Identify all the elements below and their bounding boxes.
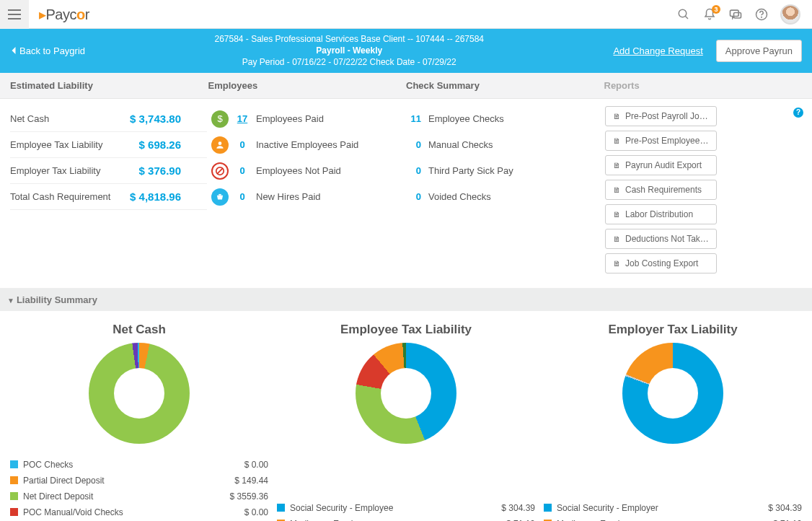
chk-row: 0Third Party Sick Pay	[408, 158, 605, 184]
hamburger-icon	[8, 14, 21, 15]
legend-swatch	[10, 460, 18, 468]
legend-swatch	[544, 504, 552, 512]
chk-row: 11Employee Checks	[408, 106, 605, 132]
legend-label: Medicare - Employer	[557, 519, 637, 521]
paid-icon: $	[211, 110, 229, 128]
header-check-summary: Check Summary	[406, 80, 604, 91]
approve-payrun-button[interactable]: Approve Payrun	[716, 40, 802, 62]
legend-label: POC Manual/Void Checks	[23, 507, 123, 517]
report-cash-requirements[interactable]: Cash Requirements	[605, 180, 717, 200]
banner-client: 267584 - Sales Professional Services Bas…	[85, 33, 613, 45]
svg-point-0	[679, 9, 687, 17]
column-headers: Estimated Liability Employees Check Summ…	[0, 73, 812, 99]
legend-swatch	[277, 504, 285, 512]
report-prepost-journal[interactable]: Pre-Post Payroll Journal	[605, 106, 717, 126]
emp-row: $17Employees Paid	[211, 106, 408, 132]
notifications-icon[interactable]: 3	[702, 7, 717, 22]
report-job-costing-export[interactable]: Job Costing Export	[605, 253, 717, 273]
legend-value: $ 304.39	[768, 503, 802, 513]
header-est-liability: Estimated Liability	[10, 80, 208, 91]
chart-emp-tax: Employee Tax Liability Social Security -…	[277, 323, 535, 521]
legend-label: Medicare - Employee	[290, 519, 371, 521]
report-labor-distribution[interactable]: Labor Distribution	[605, 204, 717, 224]
est-row: Employee Tax Liability$ 698.26	[10, 132, 207, 158]
svg-point-6	[219, 141, 222, 145]
legend-row: Medicare - Employee$ 71.19	[277, 516, 535, 521]
payrun-banner: Back to Paygrid 267584 - Sales Professio…	[0, 29, 812, 73]
new-hire-icon	[211, 188, 229, 206]
chart-employer-tax: Employer Tax Liability Social Security -…	[544, 323, 802, 521]
notifications-badge: 3	[712, 5, 720, 14]
back-to-paygrid[interactable]: Back to Paygrid	[10, 45, 85, 56]
legend-value: $ 304.39	[501, 503, 535, 513]
legend-row: POC Checks$ 0.00	[10, 457, 268, 473]
chk-row: 0Voided Checks	[408, 184, 605, 210]
donut-chart-emp-tax	[356, 343, 456, 444]
svg-rect-3	[734, 12, 741, 18]
emp-row: 0New Hires Paid	[211, 184, 408, 210]
legend-label: Social Security - Employer	[557, 503, 658, 513]
donut-chart-employer-tax	[622, 343, 723, 444]
banner-payroll: Payroll - Weekly	[316, 45, 382, 56]
legend-net-cash: POC Checks$ 0.00Partial Direct Deposit$ …	[10, 457, 268, 521]
avatar[interactable]	[780, 4, 800, 25]
est-row: Total Cash Requirement$ 4,818.96	[10, 184, 207, 210]
emp-row: 0Inactive Employees Paid	[211, 132, 408, 158]
not-paid-icon	[211, 162, 229, 180]
add-change-request[interactable]: Add Change Request	[613, 45, 702, 56]
legend-value: $ 71.19	[773, 519, 802, 521]
legend-value: $ 3559.36	[230, 491, 268, 502]
legend-emp-tax: Social Security - Employee$ 304.39Medica…	[277, 500, 535, 521]
legend-label: Partial Direct Deposit	[23, 476, 105, 486]
employees-paid-count[interactable]: 17	[236, 113, 249, 124]
est-row: Employer Tax Liability$ 376.90	[10, 158, 207, 184]
legend-row: Social Security - Employer$ 304.39	[544, 500, 802, 516]
banner-dates: Pay Period - 07/16/22 - 07/22/22 Check D…	[85, 56, 613, 68]
legend-value: $ 0.00	[244, 460, 268, 470]
check-summary-col: 11Employee Checks 0Manual Checks 0Third …	[408, 106, 605, 273]
legend-row: Partial Direct Deposit$ 149.44	[10, 473, 268, 489]
legend-value: $ 149.44	[234, 476, 268, 486]
legend-label: POC Checks	[23, 460, 73, 470]
svg-line-8	[217, 167, 223, 173]
charts-block: Net Cash POC Checks$ 0.00Partial Direct …	[0, 311, 812, 521]
header-employees: Employees	[208, 80, 407, 91]
summary-panel: Net Cash$ 3,743.80 Employee Tax Liabilit…	[0, 99, 812, 289]
chk-row: 0Manual Checks	[408, 132, 605, 158]
estimated-liability-col: Net Cash$ 3,743.80 Employee Tax Liabilit…	[10, 106, 211, 273]
legend-value: $ 71.19	[506, 519, 535, 521]
legend-value: $ 0.00	[244, 507, 268, 517]
legend-swatch	[10, 492, 18, 500]
donut-chart-net-cash	[89, 343, 190, 444]
legend-row: Net Direct Deposit$ 3559.36	[10, 489, 268, 504]
legend-employer-tax: Social Security - Employer$ 304.39Medica…	[544, 500, 802, 521]
legend-swatch	[10, 508, 18, 516]
inactive-icon	[211, 136, 229, 154]
legend-swatch	[10, 476, 18, 484]
reports-help-icon[interactable]: ?	[793, 108, 803, 118]
back-label: Back to Paygrid	[19, 45, 85, 56]
svg-line-1	[685, 16, 688, 19]
menu-button[interactable]	[0, 0, 29, 29]
caret-down-icon: ▼	[7, 297, 14, 305]
est-row: Net Cash$ 3,743.80	[10, 106, 207, 132]
header-reports: Reports	[604, 80, 803, 91]
report-payrun-audit-export[interactable]: Payrun Audit Export	[605, 155, 717, 175]
legend-row: Medicare - Employer$ 71.19	[544, 516, 802, 521]
chart-net-cash: Net Cash POC Checks$ 0.00Partial Direct …	[10, 323, 268, 521]
legend-label: Net Direct Deposit	[23, 491, 93, 502]
logo: ▸Paycor	[39, 6, 89, 23]
help-icon[interactable]	[754, 7, 769, 22]
liability-summary-toggle[interactable]: ▼Liability Summary	[0, 289, 812, 311]
search-icon[interactable]	[676, 7, 691, 22]
emp-row: 0Employees Not Paid	[211, 158, 408, 184]
reports-col: ? Pre-Post Payroll Journal Pre-Post Empl…	[605, 106, 802, 273]
legend-label: Social Security - Employee	[290, 503, 393, 513]
report-deductions-not-taken[interactable]: Deductions Not Taken	[605, 229, 717, 249]
employees-col: $17Employees Paid 0Inactive Employees Pa…	[211, 106, 408, 273]
report-prepost-employee-exp[interactable]: Pre-Post Employee Exp...	[605, 131, 717, 151]
legend-row: POC Manual/Void Checks$ 0.00	[10, 504, 268, 520]
svg-point-5	[762, 17, 762, 17]
legend-row: Social Security - Employee$ 304.39	[277, 500, 535, 516]
messages-icon[interactable]	[728, 7, 743, 22]
